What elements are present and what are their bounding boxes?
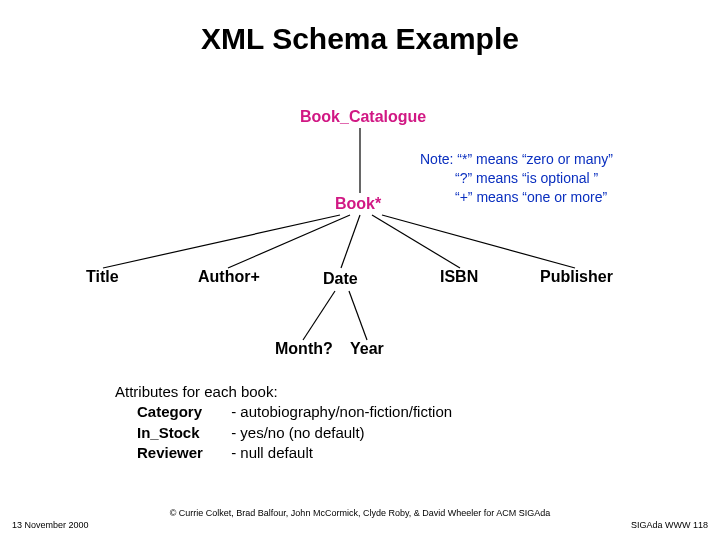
attr-reviewer-desc: - null default: [231, 444, 313, 461]
node-book: Book*: [335, 195, 381, 213]
slide: XML Schema Example Book_Catalogue Book* …: [0, 0, 720, 540]
svg-line-1: [103, 215, 340, 268]
note-line2: “?” means “is optional ”: [455, 170, 598, 186]
svg-line-6: [303, 291, 335, 340]
footer-date: 13 November 2000: [12, 520, 89, 530]
attr-instock-label: In_Stock: [137, 423, 227, 443]
footer-right: SIGAda WWW 118: [631, 520, 708, 530]
attr-category-desc: - autobiography/non-fiction/fiction: [231, 403, 452, 420]
attributes-block: Attributes for each book: Category - aut…: [115, 382, 452, 463]
attr-reviewer-label: Reviewer: [137, 443, 227, 463]
slide-title: XML Schema Example: [0, 22, 720, 56]
attrs-header: Attributes for each book:: [115, 382, 452, 402]
legend-note: Note: “*” means “zero or many” “?” means…: [420, 150, 613, 207]
svg-line-2: [228, 215, 350, 268]
svg-line-3: [341, 215, 360, 268]
svg-line-4: [372, 215, 460, 268]
note-line3: “+” means “one or more”: [455, 189, 607, 205]
node-date: Date: [323, 270, 358, 288]
footer-copyright: © Currie Colket, Brad Balfour, John McCo…: [0, 508, 720, 518]
attr-instock-desc: - yes/no (no default): [231, 424, 364, 441]
node-year: Year: [350, 340, 384, 358]
node-book-catalogue: Book_Catalogue: [300, 108, 426, 126]
attr-category-label: Category: [137, 402, 227, 422]
node-month: Month?: [275, 340, 333, 358]
svg-line-7: [349, 291, 367, 340]
node-title: Title: [86, 268, 119, 286]
note-line1: Note: “*” means “zero or many”: [420, 151, 613, 167]
node-publisher: Publisher: [540, 268, 613, 286]
svg-line-5: [382, 215, 575, 268]
node-author: Author+: [198, 268, 260, 286]
node-isbn: ISBN: [440, 268, 478, 286]
